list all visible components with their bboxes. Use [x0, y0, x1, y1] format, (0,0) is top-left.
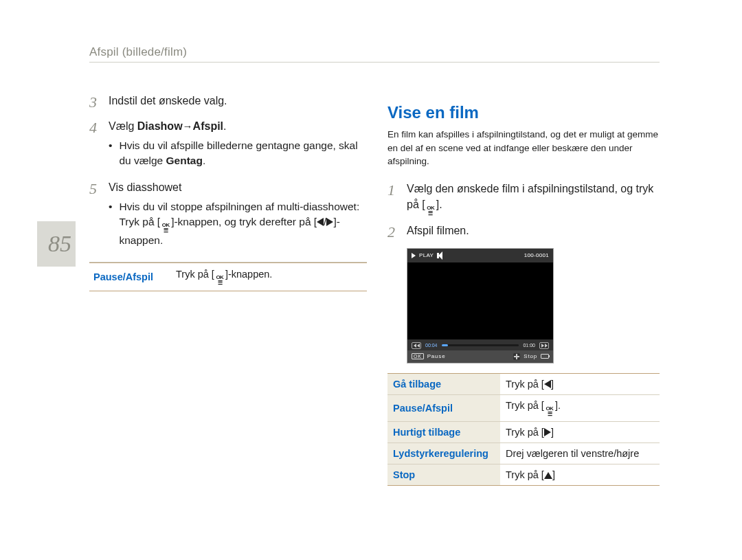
- row-value: Tryk på []: [500, 373, 660, 394]
- time-current: 00:04: [425, 343, 438, 348]
- bullet-dot: •: [109, 199, 112, 248]
- film-bottom-left: OK Pause: [412, 353, 445, 359]
- left-arrow-icon: [317, 218, 324, 226]
- row-label: Stop: [387, 464, 500, 485]
- film-progress-bar: 00:04 01:00: [407, 339, 553, 350]
- text: Tryk på [: [506, 427, 544, 438]
- stop-label: Stop: [524, 353, 537, 359]
- text: ].: [555, 400, 561, 411]
- row-value: Tryk på []: [500, 421, 660, 443]
- bold: Gentag: [166, 155, 203, 166]
- table-row: Hurtigt tilbage Tryk på []: [387, 421, 660, 443]
- row-value: Drej vælgeren til venstre/højre: [500, 443, 660, 464]
- step-5: 5 Vis diasshowet • Hvis du vil stoppe af…: [89, 179, 367, 252]
- bold: Afspil: [193, 120, 223, 132]
- row-value: Tryk på []: [500, 464, 660, 485]
- intro-paragraph: En film kan afspilles i afspilningtilsta…: [387, 128, 660, 168]
- bold: Diashow: [137, 120, 183, 132]
- step-number: 3: [89, 93, 100, 111]
- time-total: 01:00: [523, 343, 535, 348]
- nav-icon: [513, 353, 520, 360]
- table-row: Lydstyrkeregulering Drej vælgeren til ve…: [387, 443, 660, 464]
- pause-play-table: Pause/Afspil Tryk på [OK☰]-knappen.: [89, 262, 367, 291]
- text: ]-knappen.: [225, 269, 273, 280]
- pause-label: Pause: [427, 353, 446, 359]
- row-label: Lydstyrkeregulering: [387, 443, 500, 464]
- step-text: Vælg Diashow → Afspil. • Hvis du vil afs…: [109, 118, 367, 172]
- step-1: 1 Vælg den ønskede film i afspilningstil…: [387, 181, 660, 216]
- ok-menu-icon: OK☰: [544, 407, 555, 416]
- table-row: Pause/Afspil Tryk på [OK☰].: [387, 394, 660, 421]
- ok-menu-icon: OK☰: [214, 276, 225, 285]
- table-row: Stop Tryk på []: [387, 464, 660, 485]
- forward-icon: [539, 342, 549, 349]
- text: ].: [436, 199, 442, 210]
- film-top-left: PLAY: [412, 252, 442, 258]
- text: Tryk på [: [506, 400, 544, 411]
- step-2: 2 Afspil filmen.: [387, 223, 660, 241]
- text: .: [223, 120, 226, 132]
- rewind-icon: [412, 342, 421, 349]
- text: .: [203, 155, 205, 166]
- right-arrow-icon: [544, 428, 551, 436]
- speaker-icon: [437, 253, 442, 258]
- left-column: 3 Indstil det ønskede valg. 4 Vælg Diash…: [89, 93, 367, 291]
- text: Tryk på [: [506, 469, 544, 480]
- text: Vælg den ønskede film i afspilningstilst…: [407, 183, 653, 210]
- ok-label: OK: [412, 353, 424, 359]
- bullet-text: Hvis du vil stoppe afspilningen af multi…: [119, 199, 367, 248]
- manual-page: 85 Afspil (billede/film) 3 Indstil det ø…: [0, 0, 742, 560]
- play-icon: [412, 253, 416, 258]
- text: ]: [551, 379, 554, 390]
- step-3: 3 Indstil det ønskede valg.: [89, 93, 367, 111]
- ok-menu-icon: OK☰: [425, 206, 436, 216]
- step-number: 2: [387, 223, 398, 241]
- text: Drej vælgeren til venstre/højre: [506, 448, 639, 459]
- right-arrow-icon: [326, 218, 333, 226]
- film-top-bar: PLAY 100-0001: [407, 249, 553, 262]
- film-frame: [407, 262, 553, 339]
- file-number: 100-0001: [524, 252, 549, 258]
- play-label: PLAY: [419, 252, 434, 258]
- left-arrow-icon: [544, 380, 551, 388]
- bullet-text: Hvis du vil afspille billederne gentagne…: [119, 138, 367, 168]
- step-text: Vælg den ønskede film i afspilningstilst…: [407, 181, 660, 216]
- progress-track: [442, 344, 519, 346]
- text: Tryk på [: [176, 269, 214, 280]
- page-number-tab: 85: [37, 221, 76, 267]
- row-label: Pause/Afspil: [387, 394, 500, 421]
- section-header: Afspil (billede/film): [89, 45, 187, 59]
- page-number: 85: [48, 231, 71, 257]
- bullet: • Hvis du vil stoppe afspilningen af mul…: [109, 199, 367, 248]
- step-number: 5: [89, 179, 100, 252]
- arrow: →: [183, 119, 193, 134]
- step-text: Vis diasshowet • Hvis du vil stoppe afsp…: [109, 179, 367, 252]
- row-value: Tryk på [OK☰]-knappen.: [172, 263, 367, 291]
- step-number: 1: [387, 181, 398, 216]
- step-number: 4: [89, 118, 100, 172]
- film-preview: PLAY 100-0001 00:04 01:00 OK Pause: [407, 248, 554, 363]
- table-row: Gå tilbage Tryk på []: [387, 373, 660, 394]
- film-bottom-bar: OK Pause Stop: [407, 350, 553, 363]
- text: ]: [552, 469, 555, 480]
- step-4: 4 Vælg Diashow → Afspil. • Hvis du vil a…: [89, 118, 367, 172]
- text: Vis diasshowet: [109, 181, 181, 193]
- section-title: Vise en film: [387, 103, 660, 122]
- right-column: Vise en film En film kan afspilles i afs…: [387, 103, 660, 486]
- step-text: Indstil det ønskede valg.: [109, 93, 227, 111]
- text: ]: [551, 427, 554, 438]
- text: Tryk på [: [506, 379, 544, 390]
- text: ]-knappen, og tryk derefter på [: [171, 216, 317, 227]
- bullet-dot: •: [109, 138, 112, 168]
- step-text: Afspil filmen.: [407, 223, 469, 241]
- bullet: • Hvis du vil afspille billederne gentag…: [109, 138, 367, 168]
- text: Vælg: [109, 120, 137, 132]
- up-arrow-icon: [544, 472, 552, 479]
- table-row: Pause/Afspil Tryk på [OK☰]-knappen.: [89, 263, 367, 291]
- text: Hvis du vil afspille billederne gentagne…: [119, 139, 357, 166]
- battery-icon: [541, 354, 549, 359]
- controls-table: Gå tilbage Tryk på [] Pause/Afspil Tryk …: [387, 373, 660, 486]
- ok-menu-icon: OK☰: [160, 223, 171, 233]
- row-label: Gå tilbage: [387, 373, 500, 394]
- row-label: Pause/Afspil: [89, 263, 172, 291]
